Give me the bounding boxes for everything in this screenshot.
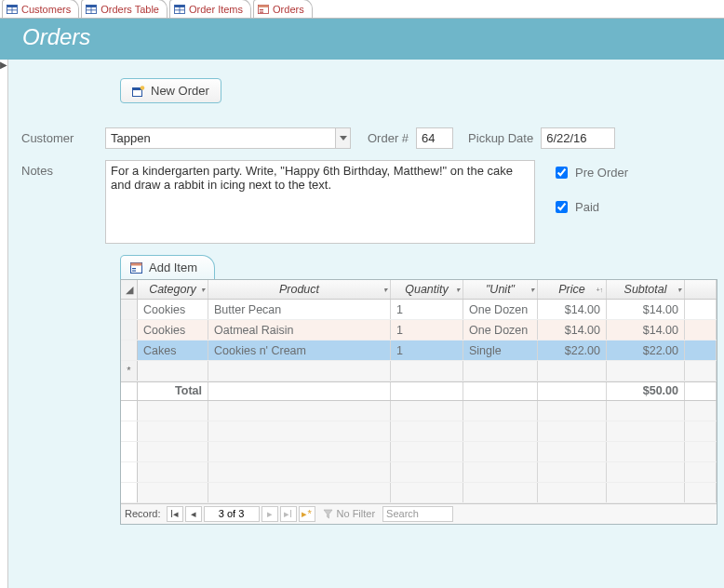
datasheet-header: ◢ Category▾ Product▾ Quantity▾ "Unit"▾ P… xyxy=(121,280,717,300)
total-value: $50.00 xyxy=(607,382,685,400)
col-unit[interactable]: "Unit"▾ xyxy=(463,280,538,299)
notes-label: Notes xyxy=(21,160,105,178)
col-padding xyxy=(685,280,717,299)
pre-order-checkbox[interactable]: Pre Order xyxy=(552,164,628,181)
chevron-down-icon xyxy=(340,136,347,140)
filter-icon xyxy=(323,509,333,519)
paid-label: Paid xyxy=(575,200,599,214)
nav-next-button[interactable]: ▸ xyxy=(261,506,278,522)
tab-label: Orders Table xyxy=(101,4,159,15)
total-row: Total $50.00 xyxy=(121,381,717,401)
combo-dropdown-button[interactable] xyxy=(335,127,351,149)
cell-quantity[interactable]: 1 xyxy=(391,320,463,340)
record-label: Record: xyxy=(125,508,161,519)
cell-subtotal[interactable]: $14.00 xyxy=(607,300,685,319)
table-row[interactable]: CookiesButter Pecan1One Dozen$14.00$14.0… xyxy=(121,300,717,320)
cell-unit[interactable]: Single xyxy=(463,341,538,360)
cell-price[interactable]: $14.00 xyxy=(538,320,607,340)
empty-row xyxy=(121,421,717,442)
total-label: Total xyxy=(138,382,208,400)
cell-product[interactable]: Cookies n' Cream xyxy=(208,341,391,360)
cell-unit[interactable]: One Dozen xyxy=(463,320,538,340)
customer-label: Customer xyxy=(21,127,105,145)
notes-input[interactable] xyxy=(105,160,535,244)
col-quantity[interactable]: Quantity▾ xyxy=(391,280,463,299)
svg-rect-21 xyxy=(132,268,136,269)
svg-rect-13 xyxy=(259,5,269,7)
cell-subtotal[interactable]: $22.00 xyxy=(607,341,685,360)
pre-order-check-input[interactable] xyxy=(556,167,568,179)
document-tabs: Customers Orders Table Order Items Order… xyxy=(0,0,724,19)
paid-check-input[interactable] xyxy=(556,201,568,213)
cell-subtotal[interactable]: $14.00 xyxy=(607,320,685,340)
svg-rect-14 xyxy=(260,9,263,10)
tab-customers[interactable]: Customers xyxy=(2,0,79,18)
customer-input[interactable] xyxy=(105,127,335,149)
record-navigator: Record: I◂ ◂ ▸ ▸I ▸* No Filter xyxy=(121,503,717,524)
cell-unit[interactable]: One Dozen xyxy=(463,300,538,319)
empty-row xyxy=(121,401,717,421)
pre-order-label: Pre Order xyxy=(575,166,628,180)
empty-row xyxy=(121,462,717,483)
svg-rect-15 xyxy=(260,11,263,12)
cell-category[interactable]: Cakes xyxy=(138,341,208,360)
table-row[interactable]: CakesCookies n' Cream1Single$22.00$22.00 xyxy=(121,341,717,361)
cell-quantity[interactable]: 1 xyxy=(391,341,463,360)
search-input[interactable] xyxy=(382,506,453,522)
page-title: Orders xyxy=(22,24,90,49)
button-label: New Order xyxy=(151,84,209,98)
cell-product[interactable]: Butter Pecan xyxy=(208,300,391,319)
pickup-date-label: Pickup Date xyxy=(468,131,533,145)
form-icon xyxy=(258,5,269,14)
record-position-input[interactable] xyxy=(204,506,260,522)
select-all-corner[interactable]: ◢ xyxy=(121,280,138,299)
table-icon xyxy=(174,5,185,14)
nav-first-button[interactable]: I◂ xyxy=(167,506,183,522)
svg-point-18 xyxy=(141,86,145,90)
nav-new-button[interactable]: ▸* xyxy=(299,506,315,522)
add-item-button[interactable]: Add Item xyxy=(120,255,215,279)
pickup-date-input[interactable] xyxy=(541,127,615,149)
table-icon xyxy=(7,5,18,14)
col-category[interactable]: Category▾ xyxy=(138,280,208,299)
nav-prev-button[interactable]: ◂ xyxy=(185,506,202,522)
form-body: New Order Customer Order # Pickup Date N… xyxy=(8,60,724,588)
cell-category[interactable]: Cookies xyxy=(138,300,208,319)
empty-row xyxy=(121,483,717,503)
order-items-datasheet: ◢ Category▾ Product▾ Quantity▾ "Unit"▾ P… xyxy=(120,279,717,525)
tab-label: Order Items xyxy=(189,4,243,15)
record-selector[interactable]: ▶ xyxy=(0,60,8,588)
no-filter-label[interactable]: No Filter xyxy=(337,508,376,519)
col-product[interactable]: Product▾ xyxy=(208,280,391,299)
paid-checkbox[interactable]: Paid xyxy=(552,198,628,216)
customer-combo[interactable] xyxy=(105,127,351,149)
table-icon xyxy=(86,5,97,14)
empty-row xyxy=(121,442,717,462)
tab-orders-table[interactable]: Orders Table xyxy=(81,0,168,18)
cell-quantity[interactable]: 1 xyxy=(391,300,463,319)
order-num-label: Order # xyxy=(368,131,409,145)
nav-last-button[interactable]: ▸I xyxy=(280,506,297,522)
col-subtotal[interactable]: Subtotal▾ xyxy=(607,280,685,299)
new-record-row[interactable]: * xyxy=(121,361,717,381)
col-price[interactable]: Price+↑ xyxy=(538,280,607,299)
table-row[interactable]: CookiesOatmeal Raisin1One Dozen$14.00$14… xyxy=(121,320,717,341)
tab-label: Customers xyxy=(21,4,71,15)
tab-label: Orders xyxy=(273,4,304,15)
order-num-input[interactable] xyxy=(416,127,453,149)
cell-product[interactable]: Oatmeal Raisin xyxy=(208,320,391,340)
cell-price[interactable]: $14.00 xyxy=(538,300,607,319)
cell-price[interactable]: $22.00 xyxy=(538,341,607,360)
svg-rect-22 xyxy=(132,270,136,271)
form-add-icon xyxy=(130,262,143,274)
tab-orders[interactable]: Orders xyxy=(253,0,313,18)
cell-category[interactable]: Cookies xyxy=(138,320,208,340)
svg-rect-20 xyxy=(131,262,142,265)
tab-order-items[interactable]: Order Items xyxy=(169,0,251,18)
new-record-icon xyxy=(132,86,145,97)
button-label: Add Item xyxy=(149,261,197,274)
form-header: Orders xyxy=(0,19,724,60)
new-order-button[interactable]: New Order xyxy=(120,78,221,103)
